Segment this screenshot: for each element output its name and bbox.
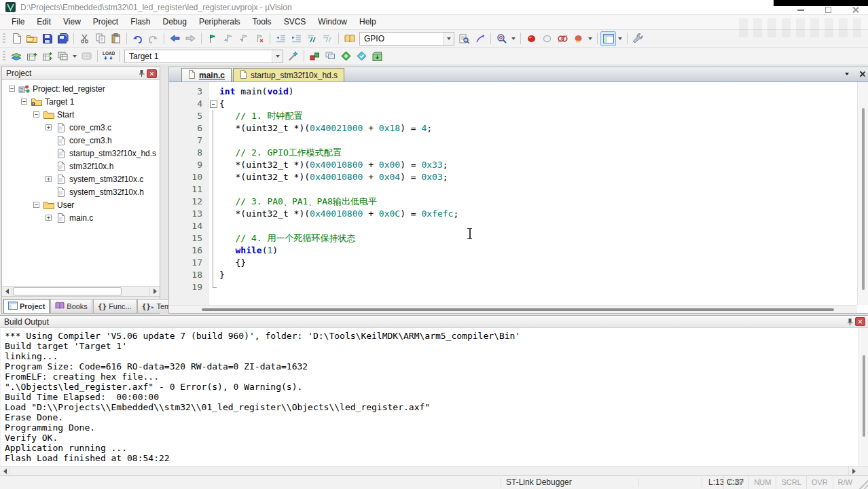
- code-line[interactable]: 3int main(void): [169, 86, 857, 98]
- redo-icon[interactable]: [145, 31, 161, 46]
- open-file-icon[interactable]: [24, 31, 39, 46]
- dropdown-caret-icon[interactable]: [71, 49, 79, 64]
- cut-icon[interactable]: [77, 31, 92, 46]
- code-line[interactable]: 15 // 4. 用一个死循环保持状态: [169, 232, 857, 244]
- combo-dropdown-icon[interactable]: [272, 50, 283, 62]
- scroll-thumb[interactable]: [862, 108, 865, 290]
- tree-item-start[interactable]: −Start: [2, 108, 160, 121]
- target-options-icon[interactable]: [285, 49, 301, 64]
- next-bookmark-icon[interactable]: [236, 31, 251, 46]
- code-editor[interactable]: 3int main(void)4{5 // 1. 时钟配置6 *(uint32_…: [169, 82, 868, 305]
- code-line[interactable]: 5 // 1. 时钟配置: [169, 110, 857, 122]
- menu-svcs[interactable]: SVCS: [278, 15, 312, 29]
- code-line[interactable]: 14: [169, 220, 857, 232]
- manage-rte-icon[interactable]: [338, 49, 354, 64]
- target-combo[interactable]: Target 1: [124, 50, 283, 63]
- build-output-close-button[interactable]: [855, 317, 865, 326]
- uncomment-selection-icon[interactable]: [320, 31, 336, 46]
- tree-item-target-1[interactable]: −Target 1: [2, 95, 160, 108]
- menu-view[interactable]: View: [57, 15, 87, 29]
- scroll-left-icon[interactable]: [2, 287, 12, 296]
- dropdown-caret-icon[interactable]: [586, 31, 594, 46]
- incremental-find-icon[interactable]: [472, 31, 488, 46]
- editor-tab-startup-stm32f10x-hd-s[interactable]: startup_stm32f10x_hd.s: [233, 68, 344, 82]
- menu-debug[interactable]: Debug: [157, 15, 193, 29]
- editor-vscrollbar[interactable]: [857, 82, 868, 305]
- new-file-icon[interactable]: [8, 31, 24, 46]
- clear-bookmarks-icon[interactable]: [251, 31, 267, 46]
- insert-breakpoint-icon[interactable]: [524, 31, 539, 46]
- editor-tab-main-c[interactable]: main.c: [181, 68, 232, 82]
- pin-icon[interactable]: [136, 69, 147, 77]
- code-line[interactable]: 18}: [169, 269, 857, 281]
- project-panel-close-button[interactable]: [147, 69, 157, 78]
- close-button[interactable]: [846, 5, 864, 14]
- code-line[interactable]: 7: [169, 134, 857, 147]
- undo-icon[interactable]: [130, 31, 145, 46]
- stop-build-icon[interactable]: [79, 49, 94, 64]
- navigate-forward-icon[interactable]: [183, 31, 198, 46]
- panel-tab-func-[interactable]: {}Func...: [93, 299, 137, 313]
- code-line[interactable]: 8 // 2. GPIO工作模式配置: [169, 147, 857, 159]
- translate-icon[interactable]: [8, 49, 24, 64]
- expand-icon[interactable]: +: [46, 215, 52, 221]
- manage-project-items-icon[interactable]: [307, 49, 323, 64]
- multi-project-workspace-icon[interactable]: [323, 49, 338, 64]
- code-line[interactable]: 6 *(uint32_t *)(0x40021000 + 0x18) = 4;: [169, 122, 857, 134]
- dropdown-caret-icon[interactable]: [616, 31, 624, 46]
- menu-help[interactable]: Help: [353, 15, 382, 29]
- document-list-icon[interactable]: [842, 69, 852, 79]
- configure-icon[interactable]: [630, 31, 646, 46]
- insert-bookmark-icon[interactable]: [204, 31, 220, 46]
- expand-icon[interactable]: +: [46, 124, 52, 130]
- menu-tools[interactable]: Tools: [247, 15, 278, 29]
- tree-item-system-stm32f10x-h[interactable]: system_stm32f10x.h: [2, 185, 160, 198]
- save-icon[interactable]: [39, 31, 55, 46]
- menu-project[interactable]: Project: [87, 15, 124, 29]
- menu-file[interactable]: File: [5, 15, 31, 29]
- books-icon[interactable]: [342, 31, 357, 46]
- disable-all-breakpoints-icon[interactable]: [571, 31, 586, 46]
- code-line[interactable]: 13 *(uint32_t *)(0x40010800 + 0x0C) = 0x…: [169, 208, 857, 220]
- comment-selection-icon[interactable]: [304, 31, 320, 46]
- tree-item-core-cm3-c[interactable]: +core_cm3.c: [2, 121, 160, 134]
- build-icon[interactable]: [24, 49, 39, 64]
- pack-installer-icon[interactable]: [369, 49, 385, 64]
- build-output-log[interactable]: *** Using Compiler 'V5.06 update 7 (buil…: [0, 328, 858, 466]
- code-line[interactable]: 11: [169, 183, 857, 196]
- menu-window[interactable]: Window: [312, 15, 353, 29]
- tree-item-startup-stm32f10x-hd-s[interactable]: startup_stm32f10x_hd.s: [2, 147, 160, 160]
- scroll-right-icon[interactable]: [848, 467, 858, 476]
- resize-grip[interactable]: [858, 479, 868, 489]
- scroll-left-icon[interactable]: [0, 467, 10, 476]
- collapse-icon[interactable]: −: [33, 202, 39, 208]
- menu-edit[interactable]: Edit: [31, 15, 57, 29]
- fold-collapse-icon[interactable]: [209, 98, 219, 110]
- kill-all-breakpoints-icon[interactable]: [555, 31, 571, 46]
- menu-flash[interactable]: Flash: [124, 15, 156, 29]
- batch-build-icon[interactable]: [55, 49, 71, 64]
- window-layout-icon[interactable]: [600, 31, 616, 46]
- enable-disable-breakpoint-icon[interactable]: [539, 31, 555, 46]
- tree-item-core-cm3-h[interactable]: core_cm3.h: [2, 134, 160, 147]
- outdent-icon[interactable]: [273, 31, 289, 46]
- close-document-icon[interactable]: [858, 71, 865, 77]
- select-software-packs-icon[interactable]: [354, 49, 369, 64]
- code-line[interactable]: 19: [169, 281, 857, 293]
- expand-icon[interactable]: +: [46, 176, 52, 182]
- scroll-thumb[interactable]: [202, 308, 834, 311]
- tree-item-project-led-register[interactable]: −Project: led_register: [2, 82, 160, 95]
- panel-tab-books[interactable]: Books: [50, 299, 92, 313]
- tree-item-user[interactable]: −User: [2, 198, 160, 211]
- previous-bookmark-icon[interactable]: [220, 31, 236, 46]
- indent-icon[interactable]: [289, 31, 304, 46]
- build-vscrollbar[interactable]: [858, 328, 868, 466]
- code-line[interactable]: 16 while(1): [169, 244, 857, 257]
- collapse-icon[interactable]: −: [33, 111, 39, 117]
- code-line[interactable]: 12 // 3. PA0、PA1、PA8输出低电平: [169, 196, 857, 208]
- scroll-thumb[interactable]: [13, 287, 122, 295]
- scroll-right-icon[interactable]: [149, 287, 160, 296]
- save-all-icon[interactable]: [55, 31, 71, 46]
- code-line[interactable]: 17 {}: [169, 257, 857, 269]
- find-in-files-icon[interactable]: [456, 31, 472, 46]
